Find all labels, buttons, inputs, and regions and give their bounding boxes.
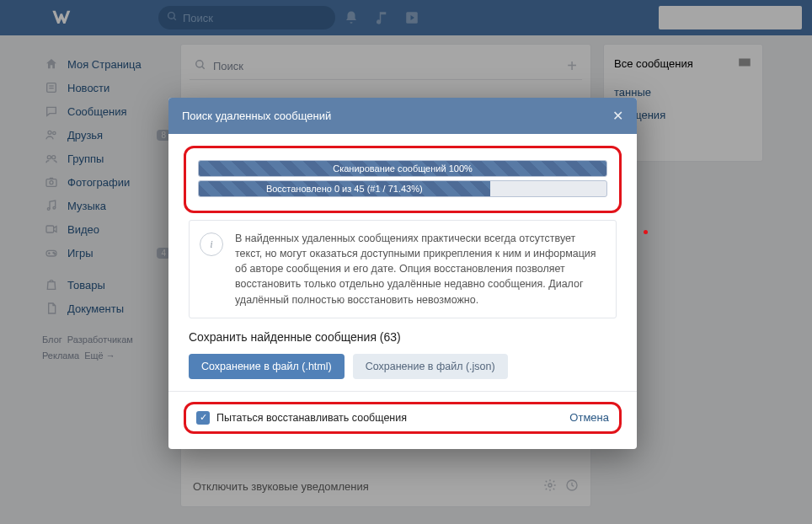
highlight-frame-footer: ✓ Пытаться восстанавливать сообщения Отм… — [184, 402, 622, 434]
highlight-frame-progress: Сканирование сообщений 100% Восстановлен… — [184, 146, 622, 213]
cancel-button[interactable]: Отмена — [569, 411, 609, 424]
progress-restore: Восстановлено 0 из 45 (#1 / 71.43%) — [198, 180, 607, 197]
progress-scan: Сканирование сообщений 100% — [198, 160, 607, 177]
red-dot-marker — [644, 230, 648, 234]
info-box: i В найденных удаленных сообщениях практ… — [189, 220, 617, 318]
close-icon[interactable]: ✕ — [612, 108, 623, 124]
save-json-button[interactable]: Сохранение в файл (.json) — [353, 354, 508, 379]
restore-checkbox-row[interactable]: ✓ Пытаться восстанавливать сообщения — [196, 411, 407, 425]
modal-header: Поиск удаленных сообщений ✕ — [168, 98, 637, 134]
info-icon: i — [200, 233, 223, 256]
save-title: Сохранить найденные сообщения (63) — [189, 330, 617, 344]
checkbox-checked-icon[interactable]: ✓ — [196, 411, 210, 425]
modal-title: Поиск удаленных сообщений — [182, 110, 331, 122]
save-html-button[interactable]: Сохранение в файл (.html) — [189, 354, 345, 379]
modal-dialog: Поиск удаленных сообщений ✕ Сканирование… — [168, 98, 637, 449]
